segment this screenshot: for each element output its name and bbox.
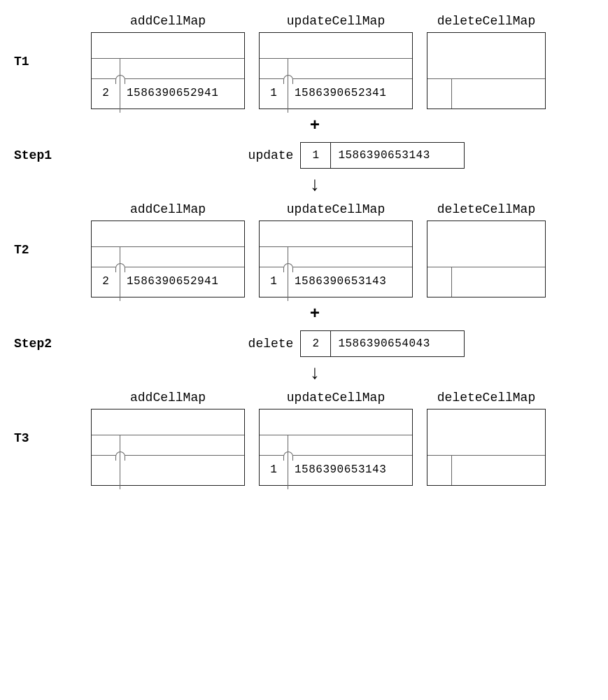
entry-val: 1586390653143 [288,275,412,288]
title-update: updateCellMap [287,14,385,28]
title-add: addCellMap [130,14,206,28]
map-update-t2: 1 1586390653143 [259,220,413,298]
col-delete-t1: deleteCellMap [427,14,546,109]
row-t1: T1 addCellMap 2 1586390652941 updateCell… [14,14,608,109]
entry-val: 1586390652941 [120,275,244,288]
entry-key: 2 [92,275,120,288]
diagram-canvas: T1 addCellMap 2 1586390652941 updateCell… [14,14,608,486]
entry-key: 1 [260,275,288,288]
label-t1: T1 [14,55,91,69]
map-delete-t3 [427,409,546,486]
row-step2: Step2 delete 2 1586390654043 [14,330,608,357]
op-key-step1: 1 [301,143,331,168]
title-add: addCellMap [130,202,206,216]
plus-1: + [91,116,539,135]
map-update-t1: 1 1586390652341 [259,32,413,109]
col-update-t2: updateCellMap 1 1586390653143 [259,202,413,298]
maps-strip-t3: addCellMap updateCellMap [91,391,546,486]
map-add-t3 [91,409,245,486]
label-step1: Step1 [14,148,91,162]
entry-val: 1586390653143 [288,463,412,476]
entry-key: 1 [260,463,288,476]
op-step1: update 1 1586390653143 [248,142,465,169]
op-step2: delete 2 1586390654043 [248,330,465,357]
title-delete: deleteCellMap [437,14,535,28]
title-add: addCellMap [130,391,206,405]
plus-2: + [91,304,539,323]
op-label-step1: update [248,148,294,162]
row-t3: T3 addCellMap updateCellMap [14,391,608,486]
entry-update-t3: 1 1586390653143 [260,455,412,485]
row-t2: T2 addCellMap 2 1586390652941 updateCell… [14,202,608,298]
op-val-step1: 1586390653143 [331,143,464,168]
entry-update-t1: 1 1586390652341 [260,78,412,108]
label-t3: T3 [14,431,91,445]
entry-add-t1: 2 1586390652941 [92,78,244,108]
entry-add-t3 [92,455,244,485]
op-key-step2: 2 [301,331,331,356]
map-delete-t2 [427,220,546,298]
row-step1: Step1 update 1 1586390653143 [14,142,608,169]
col-add-t1: addCellMap 2 1586390652941 [91,14,245,109]
entry-key: 2 [92,87,120,99]
entry-add-t2: 2 1586390652941 [92,267,244,297]
col-delete-t3: deleteCellMap [427,391,546,486]
label-t2: T2 [14,243,91,257]
map-update-t3: 1 1586390653143 [259,409,413,486]
map-delete-t1 [427,32,546,109]
col-update-t1: updateCellMap 1 1586390652341 [259,14,413,109]
maps-strip-t2: addCellMap 2 1586390652941 updateCellMap [91,202,546,298]
entry-update-t2: 1 1586390653143 [260,267,412,297]
op-cells-step2: 2 1586390654043 [300,330,465,357]
entry-val: 1586390652941 [120,87,244,99]
entry-val: 1586390652341 [288,87,412,99]
col-delete-t2: deleteCellMap [427,202,546,298]
map-add-t2: 2 1586390652941 [91,220,245,298]
col-add-t2: addCellMap 2 1586390652941 [91,202,245,298]
col-update-t3: updateCellMap 1 1586390653143 [259,391,413,486]
entry-key: 1 [260,87,288,99]
title-delete: deleteCellMap [437,202,535,216]
op-label-step2: delete [248,337,294,351]
title-update: updateCellMap [287,202,385,216]
arrow-2: ↓ [91,364,539,384]
title-update: updateCellMap [287,391,385,405]
title-delete: deleteCellMap [437,391,535,405]
arrow-1: ↓ [91,176,539,195]
op-val-step2: 1586390654043 [331,331,464,356]
col-add-t3: addCellMap [91,391,245,486]
maps-strip-t1: addCellMap 2 1586390652941 updateCellMap [91,14,546,109]
map-add-t1: 2 1586390652941 [91,32,245,109]
label-step2: Step2 [14,337,91,351]
op-cells-step1: 1 1586390653143 [300,142,465,169]
